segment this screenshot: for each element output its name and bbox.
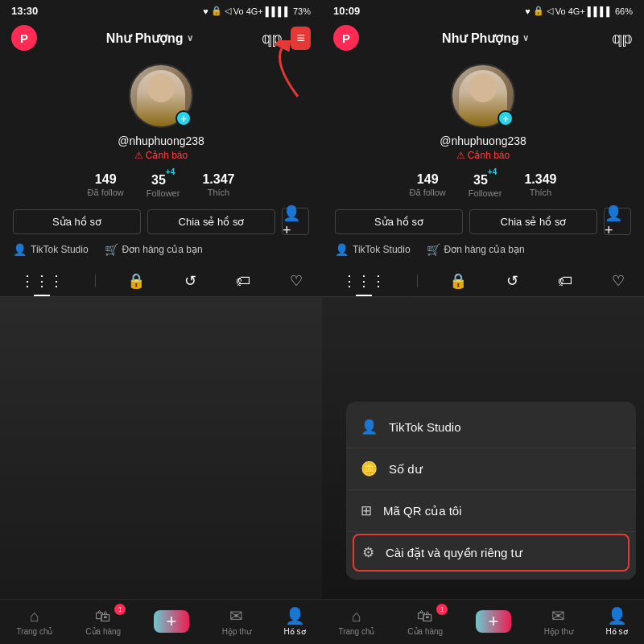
dropdown-divider-2 [346, 489, 636, 490]
nav-create-right[interactable]: + [476, 610, 511, 633]
status-bar-left: 13:30 ♥ 🔒 ◁ Vo 4G+ ▌▌▌▌ 73% [0, 0, 322, 20]
warning-icon-left: ⚠ [134, 150, 143, 161]
p-button-right[interactable]: P [333, 25, 359, 51]
dropdown-qr[interactable]: ⊞ Mã QR của tôi [346, 492, 636, 530]
inbox-icon-left: ✉ [229, 606, 243, 625]
add-friend-icon-right: 👤+ [605, 204, 630, 239]
stat-following-left[interactable]: 149 Đã follow [88, 172, 124, 198]
edit-profile-button-left[interactable]: Sửa hồ sơ [13, 209, 141, 234]
top-nav-left: P Như Phượng ∨ 𝕢𝕡 ≡ [0, 20, 322, 57]
signal-icon-right: Vo 4G+ [555, 6, 585, 16]
wifi-icon-right: ◁ [547, 6, 553, 16]
avatar-left: + [129, 64, 193, 128]
tab-lock-right[interactable]: 🔒 [441, 269, 475, 293]
cart-badge-left: 1 [114, 604, 126, 615]
tab-tag-right[interactable]: 🏷 [550, 270, 580, 293]
stat-value-followers-right: 35+4 [473, 172, 497, 188]
nav-right-icons-right: 𝕢𝕡 [612, 29, 633, 47]
nav-create-left[interactable]: + [154, 610, 189, 633]
qr-icon-left[interactable]: 𝕢𝕡 [262, 29, 283, 47]
bottom-nav-right: ⌂ Trang chủ 🛍 1 Cửa hàng + ✉ Hộp thư 👤 H… [322, 599, 644, 644]
tab-grid-left[interactable]: ⋮⋮⋮ [12, 269, 72, 293]
dropdown-menu: 👤 TikTok Studio 🪙 Số dư ⊞ Mã QR của tôi … [346, 402, 636, 580]
add-friend-button-left[interactable]: 👤+ [282, 208, 309, 235]
inbox-icon-right: ✉ [551, 606, 565, 625]
stat-value-following-left: 149 [95, 172, 117, 187]
qr-icon-right[interactable]: 𝕢𝕡 [612, 29, 633, 47]
profile-section-left: + @nhuphuong238 ⚠ Cảnh báo [0, 57, 322, 172]
stat-label-followers-right: Follower [469, 188, 502, 198]
stats-row-right: 149 Đã follow 35+4 Follower 1.349 Thích [322, 172, 644, 198]
nav-profile-left[interactable]: 👤 Hồ sơ [284, 606, 306, 636]
tab-repost-right[interactable]: ↺ [498, 269, 526, 293]
edit-profile-button-right[interactable]: Sửa hồ sơ [335, 209, 463, 234]
dropdown-qr-label: Mã QR của tôi [383, 504, 462, 518]
nav-home-right[interactable]: ⌂ Trang chủ [338, 607, 374, 636]
tab-heart-left[interactable]: ♡ [282, 269, 311, 293]
status-time-right: 10:09 [333, 5, 360, 17]
tiktok-studio-link-left[interactable]: 👤 TikTok Studio [13, 243, 89, 256]
nav-title-right[interactable]: Như Phượng ∨ [442, 31, 529, 46]
nav-home-left[interactable]: ⌂ Trang chủ [16, 607, 52, 636]
stat-label-likes-right: Thích [530, 188, 552, 197]
heart-icon-left: ♥ [203, 6, 208, 16]
nav-shop-left[interactable]: 🛍 1 Cửa hàng [85, 607, 121, 636]
add-friend-button-right[interactable]: 👤+ [604, 208, 631, 235]
stat-followers-right[interactable]: 35+4 Follower [469, 172, 502, 198]
username-right: @nhuphuong238 [440, 134, 526, 147]
battery-right: 66% [615, 6, 633, 16]
orders-link-left[interactable]: 🛒 Đơn hàng của bạn [105, 243, 203, 256]
nav-shop-right[interactable]: 🛍 1 Cửa hàng [407, 607, 443, 636]
tiktok-studio-link-right[interactable]: 👤 TikTok Studio [335, 243, 411, 256]
nav-inbox-left[interactable]: ✉ Hộp thư [222, 606, 251, 636]
cart-icon-left: 🛒 [105, 243, 118, 256]
stat-followers-left[interactable]: 35+4 Follower [147, 172, 180, 198]
bars-icon-left: ▌▌▌▌ [266, 6, 291, 16]
nav-right-icons-left: 𝕢𝕡 ≡ [262, 27, 311, 50]
bars-icon-right: ▌▌▌▌ [588, 6, 613, 16]
stat-label-likes-left: Thích [208, 188, 230, 197]
stat-likes-left[interactable]: 1.347 Thích [202, 172, 234, 198]
dropdown-settings[interactable]: ⚙ Cài đặt và quyền riêng tư [353, 534, 630, 572]
cart-icon-right: 🛒 [427, 243, 440, 256]
stat-following-right[interactable]: 149 Đã follow [410, 172, 446, 198]
stat-likes-right[interactable]: 1.349 Thích [524, 172, 556, 198]
profile-icon-left: 👤 [285, 606, 305, 625]
home-icon-right: ⌂ [352, 607, 361, 625]
dropdown-tiktok-studio[interactable]: 👤 TikTok Studio [346, 408, 636, 446]
shop-icon-left: 🛍 [95, 607, 111, 625]
orders-link-right[interactable]: 🛒 Đơn hàng của bạn [427, 243, 525, 256]
p-button-left[interactable]: P [11, 25, 37, 51]
nav-title-left[interactable]: Như Phượng ∨ [106, 31, 193, 46]
dropdown-balance-label: Số dư [389, 462, 423, 477]
lock-icon-left: 🔒 [211, 6, 222, 16]
quick-links-left: 👤 TikTok Studio 🛒 Đơn hàng của bạn [0, 243, 322, 256]
create-button-left[interactable]: + [154, 610, 189, 633]
stat-value-likes-right: 1.349 [524, 172, 556, 187]
warning-icon-right: ⚠ [456, 150, 465, 161]
tab-repost-left[interactable]: ↺ [176, 269, 204, 293]
nav-inbox-right[interactable]: ✉ Hộp thư [544, 606, 573, 636]
dropdown-balance[interactable]: 🪙 Số dư [346, 450, 636, 488]
add-photo-icon-left[interactable]: + [175, 110, 192, 126]
status-bar-right: 10:09 ♥ 🔒 ◁ Vo 4G+ ▌▌▌▌ 66% [322, 0, 644, 20]
stat-value-likes-left: 1.347 [202, 172, 234, 187]
add-photo-icon-right[interactable]: + [497, 110, 514, 126]
chevron-down-icon-left: ∨ [187, 33, 193, 43]
profile-icon-right: 👤 [607, 606, 627, 625]
stat-label-following-left: Đã follow [88, 188, 124, 197]
username-left: @nhuphuong238 [118, 134, 204, 147]
stats-row-left: 149 Đã follow 35+4 Follower 1.347 Thích [0, 172, 322, 198]
create-button-right[interactable]: + [476, 610, 511, 633]
avatar-head-left [147, 73, 175, 102]
right-phone-panel: 10:09 ♥ 🔒 ◁ Vo 4G+ ▌▌▌▌ 66% P Như Phượng… [322, 0, 644, 644]
share-profile-button-left[interactable]: Chia sẻ hồ sơ [147, 209, 275, 234]
tab-tag-left[interactable]: 🏷 [228, 270, 258, 293]
nav-profile-right[interactable]: 👤 Hồ sơ [606, 606, 628, 636]
status-icons-left: ♥ 🔒 ◁ Vo 4G+ ▌▌▌▌ 73% [203, 6, 311, 16]
tab-grid-right[interactable]: ⋮⋮⋮ [334, 269, 394, 293]
hamburger-button-left[interactable]: ≡ [291, 27, 311, 50]
tab-heart-right[interactable]: ♡ [604, 269, 633, 293]
share-profile-button-right[interactable]: Chia sẻ hồ sơ [469, 209, 597, 234]
tab-lock-left[interactable]: 🔒 [119, 269, 153, 293]
